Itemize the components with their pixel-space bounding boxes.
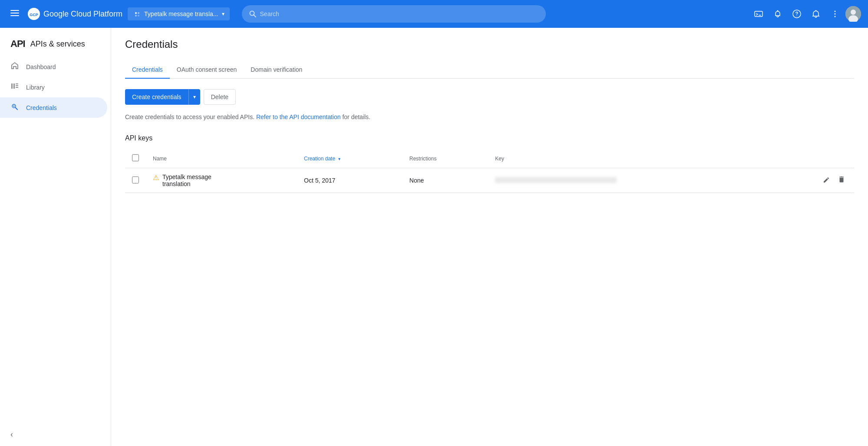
create-credentials-arrow[interactable]: ▾ (189, 94, 200, 100)
svg-point-5 (135, 12, 137, 14)
edit-button[interactable] (821, 174, 832, 187)
bell-button[interactable] (807, 5, 825, 23)
notification-icon (773, 10, 782, 18)
svg-line-10 (254, 15, 256, 17)
sort-arrow-icon: ▾ (338, 156, 340, 161)
sidebar-title: APIs & services (30, 40, 85, 49)
select-all-checkbox[interactable] (132, 154, 139, 161)
sidebar-collapse-button[interactable]: ‹ (0, 423, 111, 446)
table-header: Name Creation date ▾ Restrictions Key (125, 149, 854, 168)
api-doc-link[interactable]: Refer to the API documentation (256, 113, 341, 120)
row-checkbox[interactable] (132, 176, 139, 183)
svg-rect-22 (11, 83, 13, 89)
api-keys-table: Name Creation date ▾ Restrictions Key (125, 149, 854, 193)
svg-rect-26 (16, 87, 18, 88)
row-date: Oct 5, 2017 (304, 177, 335, 184)
row-checkbox-cell (125, 168, 146, 193)
bell-icon (811, 9, 821, 19)
svg-rect-1 (10, 13, 19, 13)
delete-row-button[interactable] (836, 174, 847, 187)
tab-oauth[interactable]: OAuth consent screen (170, 61, 244, 78)
main-content: Credentials Credentials OAuth consent sc… (111, 28, 868, 446)
user-avatar[interactable] (845, 6, 861, 22)
search-icon (249, 10, 257, 18)
delete-button[interactable]: Delete (204, 89, 236, 105)
item-name-container: ⚠ Typetalk messagetranslation (153, 173, 290, 187)
cloud-shell-icon (754, 9, 763, 19)
sidebar-item-library-label: Library (26, 84, 45, 91)
svg-point-17 (835, 13, 836, 15)
actions-col-header (771, 149, 854, 168)
api-keys-title: API keys (125, 134, 854, 142)
top-navigation: GCP Google Cloud Platform Typetalk messa… (0, 0, 868, 28)
create-credentials-button[interactable]: Create credentials ▾ (125, 89, 200, 105)
row-action-icons (821, 174, 847, 187)
restrictions-col-header: Restrictions (403, 149, 488, 168)
sidebar-header: API APIs & services (0, 35, 111, 57)
svg-rect-0 (10, 10, 19, 11)
key-col-header: Key (488, 149, 771, 168)
action-buttons: Create credentials ▾ Delete (125, 89, 854, 105)
row-date-cell: Oct 5, 2017 (297, 168, 403, 193)
sidebar-item-dashboard[interactable]: Dashboard (0, 57, 107, 77)
more-vert-icon (831, 10, 839, 18)
notification-button[interactable] (769, 5, 786, 23)
svg-point-6 (138, 12, 139, 14)
item-name-text: Typetalk messagetranslation (162, 173, 211, 187)
create-credentials-label: Create credentials (125, 93, 188, 100)
svg-point-8 (138, 15, 139, 17)
more-options-button[interactable] (826, 5, 844, 23)
search-input[interactable] (260, 10, 539, 17)
avatar-icon (845, 6, 861, 22)
project-icon (133, 10, 141, 18)
sidebar-item-library[interactable]: Library (0, 77, 107, 97)
svg-rect-25 (16, 85, 18, 86)
svg-point-7 (135, 15, 137, 17)
row-restrictions-cell: None (403, 168, 488, 193)
project-selector[interactable]: Typetalk message transla... ▾ (128, 7, 229, 20)
delete-icon (838, 176, 845, 183)
page-title: Credentials (125, 38, 854, 50)
name-col-header: Name (146, 149, 297, 168)
description-text: Create credentials to access your enable… (125, 113, 854, 120)
project-name: Typetalk message transla... (144, 10, 218, 17)
description-before: Create credentials to access your enable… (125, 113, 256, 120)
credentials-icon (10, 103, 19, 113)
svg-point-20 (851, 10, 856, 15)
search-bar[interactable] (242, 5, 546, 23)
help-button[interactable] (788, 5, 805, 23)
svg-rect-23 (13, 83, 15, 89)
sidebar-item-credentials-label: Credentials (26, 104, 57, 111)
svg-rect-11 (755, 11, 762, 17)
dashboard-icon (10, 62, 19, 72)
svg-point-16 (835, 11, 836, 12)
row-key-cell (488, 168, 771, 193)
row-restrictions: None (409, 177, 424, 184)
warning-icon: ⚠ (153, 173, 159, 182)
delete-label: Delete (211, 93, 228, 100)
sidebar-item-dashboard-label: Dashboard (26, 63, 56, 70)
select-all-col (125, 149, 146, 168)
svg-point-18 (835, 16, 836, 17)
help-icon (792, 9, 802, 19)
app-logo: GCP Google Cloud Platform (28, 8, 122, 20)
tab-domain[interactable]: Domain verification (244, 61, 309, 78)
svg-rect-24 (16, 83, 18, 84)
header-row: Name Creation date ▾ Restrictions Key (125, 149, 854, 168)
app-title: Google Cloud Platform (43, 10, 122, 19)
svg-point-28 (13, 106, 15, 107)
sidebar-item-credentials[interactable]: Credentials (0, 97, 107, 118)
cloud-shell-button[interactable] (750, 5, 767, 23)
svg-rect-2 (10, 15, 19, 16)
hamburger-menu-button[interactable] (7, 5, 23, 23)
api-icon: API (10, 38, 25, 50)
row-actions-cell (771, 168, 854, 193)
creation-date-col-header[interactable]: Creation date ▾ (297, 149, 403, 168)
table-body: ⚠ Typetalk messagetranslation Oct 5, 201… (125, 168, 854, 193)
sidebar: API APIs & services Dashboard (0, 28, 111, 446)
svg-text:GCP: GCP (30, 13, 38, 17)
api-keys-section: API keys Name Creation date ▾ (125, 134, 854, 193)
tab-credentials[interactable]: Credentials (125, 61, 170, 78)
svg-point-15 (796, 16, 797, 17)
table-row: ⚠ Typetalk messagetranslation Oct 5, 201… (125, 168, 854, 193)
